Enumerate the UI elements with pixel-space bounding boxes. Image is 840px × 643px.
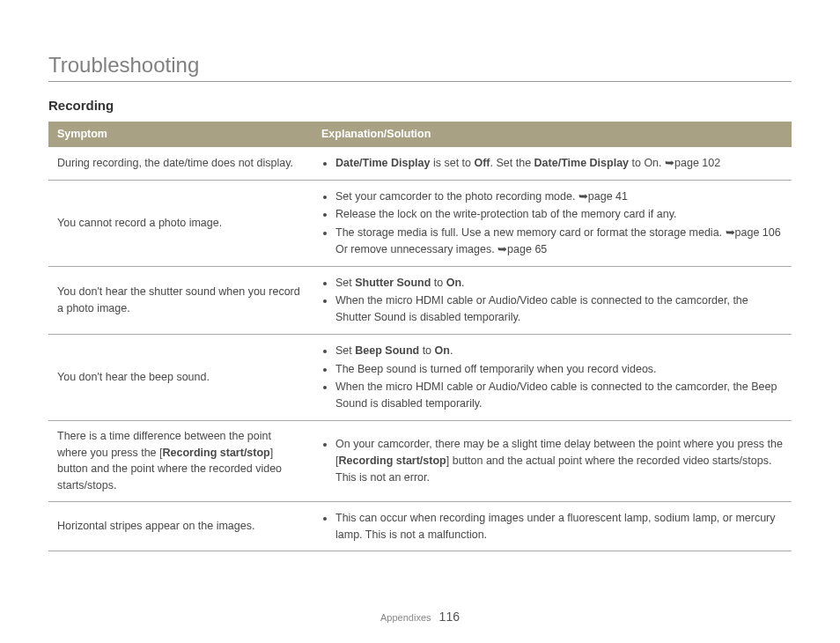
solution-item: Set Shutter Sound to On. bbox=[335, 274, 783, 292]
page-title: Troubleshooting bbox=[48, 53, 792, 78]
page-number: 116 bbox=[439, 610, 460, 624]
solution-item: The Beep sound is turned off temporarily… bbox=[335, 360, 783, 379]
solution-item: When the micro HDMI cable or Audio/Video… bbox=[335, 378, 783, 413]
solution-item: Set your camcorder to the photo recordin… bbox=[335, 188, 783, 206]
symptom-cell: You don't hear the shutter sound when yo… bbox=[48, 266, 313, 334]
symptom-cell: There is a time difference between the p… bbox=[48, 420, 313, 501]
footer-label: Appendixes bbox=[380, 612, 431, 623]
table-header-row: Symptom Explanation/Solution bbox=[48, 122, 792, 147]
section-heading: Recording bbox=[48, 98, 792, 113]
table-row: There is a time difference between the p… bbox=[48, 420, 792, 501]
solution-item: Release the lock on the write-protection… bbox=[335, 205, 783, 224]
solution-cell: Set Shutter Sound to On.When the micro H… bbox=[313, 266, 792, 334]
page-ref-arrow-icon: ➥ bbox=[578, 188, 588, 205]
title-rule bbox=[48, 81, 792, 82]
solution-list: Set Beep Sound to On.The Beep sound is t… bbox=[321, 342, 783, 413]
table-row: You don't hear the beep sound.Set Beep S… bbox=[48, 334, 792, 420]
solution-cell: Set your camcorder to the photo recordin… bbox=[313, 180, 792, 266]
solution-cell: This can occur when recording images und… bbox=[313, 501, 792, 551]
solution-item: Date/Time Display is set to Off. Set the… bbox=[335, 154, 783, 173]
table-row: You cannot record a photo image.Set your… bbox=[48, 180, 792, 266]
table-row: You don't hear the shutter sound when yo… bbox=[48, 266, 792, 334]
symptom-cell: You don't hear the beep sound. bbox=[48, 334, 313, 420]
solution-cell: Date/Time Display is set to Off. Set the… bbox=[313, 147, 792, 180]
symptom-cell: Horizontal stripes appear on the images. bbox=[48, 501, 313, 551]
solution-item: The storage media is full. Use a new mem… bbox=[335, 224, 783, 259]
symptom-cell: During recording, the date/time does not… bbox=[48, 147, 313, 180]
solution-item: When the micro HDMI cable or Audio/Video… bbox=[335, 292, 783, 327]
solution-list: This can occur when recording images und… bbox=[321, 509, 783, 544]
symptom-cell: You cannot record a photo image. bbox=[48, 180, 313, 266]
solution-list: Date/Time Display is set to Off. Set the… bbox=[321, 154, 783, 173]
solution-cell: Set Beep Sound to On.The Beep sound is t… bbox=[313, 334, 792, 420]
page-ref-arrow-icon: ➥ bbox=[726, 225, 735, 241]
solution-cell: On your camcorder, there may be a slight… bbox=[313, 420, 792, 501]
page-ref-arrow-icon: ➥ bbox=[497, 241, 507, 258]
page: Troubleshooting Recording Symptom Explan… bbox=[0, 0, 840, 643]
solution-item: Set Beep Sound to On. bbox=[335, 342, 783, 360]
table-row: Horizontal stripes appear on the images.… bbox=[48, 501, 792, 551]
solution-list: Set your camcorder to the photo recordin… bbox=[321, 188, 783, 259]
solution-list: Set Shutter Sound to On.When the micro H… bbox=[321, 274, 783, 327]
table-row: During recording, the date/time does not… bbox=[48, 147, 792, 180]
page-footer: Appendixes 116 bbox=[0, 610, 840, 624]
col-symptom: Symptom bbox=[48, 122, 313, 147]
page-ref-arrow-icon: ➥ bbox=[665, 155, 674, 172]
solution-list: On your camcorder, there may be a slight… bbox=[321, 435, 783, 486]
col-solution: Explanation/Solution bbox=[313, 122, 792, 147]
solution-item: This can occur when recording images und… bbox=[335, 509, 783, 544]
troubleshooting-table: Symptom Explanation/Solution During reco… bbox=[48, 122, 792, 551]
solution-item: On your camcorder, there may be a slight… bbox=[335, 435, 783, 486]
